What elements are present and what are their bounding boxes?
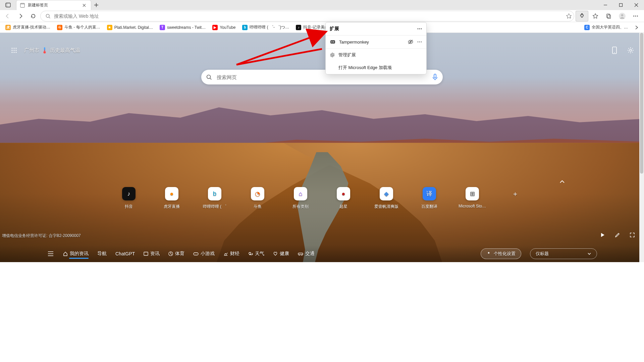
- extension-visibility-button[interactable]: [408, 39, 414, 45]
- feed-tab-finance[interactable]: 财经: [223, 251, 239, 257]
- extensions-popup-more-button[interactable]: [417, 26, 422, 32]
- bookmark-item[interactable]: b哔哩哔哩 ( ゜- ゜)つ…: [239, 23, 292, 32]
- bookmark-item[interactable]: ▶YouTube: [210, 23, 238, 32]
- personalize-label: 个性化设置: [494, 251, 516, 257]
- quick-link[interactable]: ●超星: [332, 187, 355, 209]
- search-icon: [45, 13, 51, 19]
- bookmark-favicon: ★: [107, 25, 112, 30]
- window-minimize-button[interactable]: [598, 0, 613, 10]
- extensions-button[interactable]: [576, 11, 588, 21]
- quick-link[interactable]: ♪抖音: [117, 187, 141, 209]
- bookmark-item[interactable]: Tsweetdreams - Twit…: [157, 23, 208, 32]
- svg-point-48: [421, 42, 422, 43]
- svg-text:+: +: [570, 16, 572, 19]
- quick-link[interactable]: ⊞Microsoft Sto…: [461, 187, 484, 208]
- favorites-button[interactable]: [589, 11, 602, 21]
- voice-search-icon[interactable]: [432, 74, 438, 80]
- feed-tab-label: 体育: [175, 251, 184, 257]
- quick-link[interactable]: ●虎牙直播: [160, 187, 183, 209]
- apps-grid-button[interactable]: [9, 46, 19, 55]
- collapse-quicklinks-button[interactable]: [557, 177, 567, 186]
- feed-menu-button[interactable]: [47, 250, 54, 257]
- feed-tab-chatgpt[interactable]: ChatGPT: [115, 251, 135, 256]
- manage-extensions-item[interactable]: 管理扩展: [326, 48, 426, 61]
- tab-close-button[interactable]: [82, 3, 87, 8]
- bookmark-label: YouTube: [220, 25, 235, 30]
- personalize-button[interactable]: 个性化设置: [481, 248, 521, 259]
- bookmark-label: 全国大学英语四、…: [592, 24, 628, 30]
- svg-point-5: [46, 14, 49, 17]
- ntp-settings-button[interactable]: [626, 46, 635, 55]
- svg-point-22: [13, 52, 14, 53]
- svg-point-17: [15, 48, 16, 49]
- profile-button[interactable]: [616, 11, 629, 21]
- background-controls: [599, 231, 636, 239]
- feed-bar: 我的资讯 导航 ChatGPT 资讯 体育 小游戏 财经 天气 健康: [0, 245, 644, 262]
- feed-tab-traffic[interactable]: 交通: [298, 251, 315, 257]
- back-button[interactable]: [2, 11, 13, 21]
- forward-button[interactable]: [15, 11, 26, 21]
- bookmark-item[interactable]: 斗斗鱼 - 每个人的直…: [54, 23, 103, 32]
- vertical-scrollbar[interactable]: [639, 33, 644, 262]
- edit-background-button[interactable]: [614, 231, 621, 239]
- feed-tab-myfeed[interactable]: 我的资讯: [63, 251, 89, 257]
- toolbar: +: [0, 10, 644, 22]
- bookmark-item[interactable]: C 全国大学英语四、…: [582, 23, 631, 32]
- add-quick-link[interactable]: ＋: [503, 187, 527, 200]
- svg-point-29: [630, 49, 632, 51]
- tab-actions-button[interactable]: [0, 0, 16, 10]
- bookmark-label: sweetdreams - Twit…: [167, 25, 206, 30]
- titlebar: 新建标签页: [0, 0, 644, 10]
- extensions-popup: 扩展 Tampermonkey 管理扩展 打开 Microsoft Edge 加…: [325, 22, 427, 74]
- new-tab-button[interactable]: [91, 0, 101, 10]
- window-maximize-button[interactable]: [613, 0, 629, 10]
- quick-link[interactable]: ◔斗鱼: [246, 187, 269, 209]
- address-bar[interactable]: +: [40, 11, 574, 21]
- open-addons-item[interactable]: 打开 Microsoft Edge 加载项: [326, 61, 426, 74]
- extension-more-button[interactable]: [417, 39, 422, 45]
- collections-button[interactable]: [602, 11, 615, 21]
- svg-point-47: [419, 42, 420, 43]
- browser-tab[interactable]: 新建标签页: [16, 0, 91, 10]
- feed-tab-games[interactable]: 小游戏: [193, 251, 215, 257]
- scrollbar-thumb[interactable]: [640, 33, 643, 174]
- window-close-button[interactable]: [629, 0, 644, 10]
- bookmark-label: 虎牙直播-技术驱动…: [13, 24, 50, 30]
- feed-tab-label: 财经: [230, 251, 239, 257]
- bookmarks-more-button[interactable]: [632, 23, 641, 32]
- thermometer-icon: [42, 47, 47, 54]
- app-menu-button[interactable]: [629, 11, 642, 21]
- fullscreen-background-button[interactable]: [629, 231, 636, 239]
- extensions-popup-title: 扩展: [330, 26, 339, 32]
- bookmark-favicon: ♪: [296, 25, 301, 30]
- quick-link[interactable]: ⌂所有类别: [289, 187, 312, 209]
- weather-widget[interactable]: 广州市 历史最高气温: [24, 47, 80, 54]
- bookmark-item[interactable]: ★Plati.Market. Digital…: [104, 23, 156, 32]
- feed-tab-news[interactable]: 资讯: [144, 251, 160, 257]
- weather-city: 广州市: [24, 47, 39, 54]
- svg-rect-42: [330, 40, 335, 44]
- quick-link-label: 虎牙直播: [164, 204, 180, 209]
- feed-tab-health[interactable]: 健康: [273, 251, 289, 257]
- svg-point-30: [207, 75, 211, 79]
- bookmark-item[interactable]: 虎虎牙直播-技术驱动…: [3, 23, 53, 32]
- svg-rect-36: [298, 253, 303, 255]
- quick-link[interactable]: ◆爱壹帆清爽版: [375, 187, 398, 209]
- quick-link-label: 哔哩哔哩 ( ゜: [203, 204, 227, 209]
- svg-point-35: [249, 252, 251, 254]
- ntp-search-input[interactable]: [217, 74, 427, 80]
- quick-link[interactable]: b哔哩哔哩 ( ゜: [203, 187, 226, 209]
- extension-item[interactable]: Tampermonkey: [326, 36, 426, 48]
- feed-tab-weather[interactable]: 天气: [248, 251, 264, 257]
- layout-dropdown[interactable]: 仅标题: [530, 248, 597, 259]
- svg-point-28: [614, 52, 615, 53]
- play-background-button[interactable]: [599, 231, 606, 239]
- feed-tab-sports[interactable]: 体育: [168, 251, 184, 257]
- open-addons-label: 打开 Microsoft Edge 加载项: [338, 65, 422, 71]
- favorite-star-icon[interactable]: +: [566, 13, 572, 19]
- refresh-button[interactable]: [28, 11, 39, 21]
- mobile-sync-icon[interactable]: [610, 46, 619, 55]
- quick-link[interactable]: 译百度翻译: [418, 187, 441, 209]
- address-input[interactable]: [54, 13, 562, 19]
- feed-tab-nav[interactable]: 导航: [97, 251, 107, 257]
